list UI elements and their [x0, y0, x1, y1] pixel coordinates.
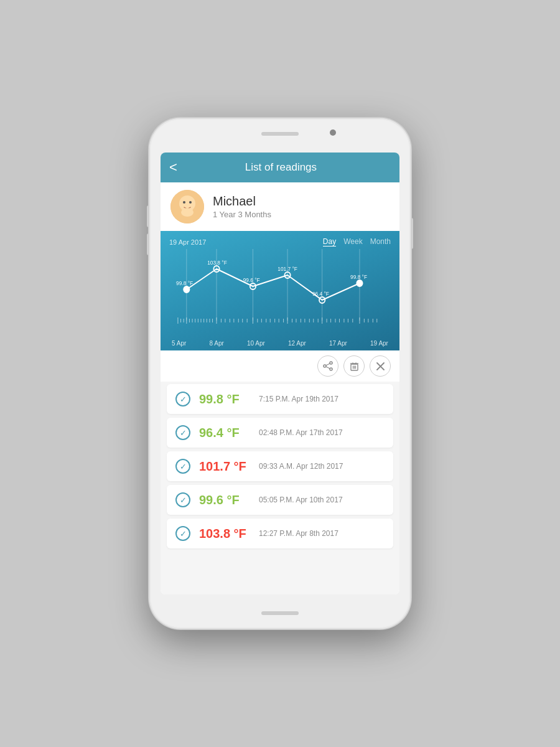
x-axis-labels: 5 Apr 8 Apr 10 Apr 12 Apr 17 Apr 19 Apr [169, 340, 391, 347]
tab-day[interactable]: Day [323, 237, 336, 247]
reading-check: ✓ [175, 526, 190, 541]
svg-point-75 [324, 365, 326, 367]
reading-temp: 103.8 °F [199, 527, 255, 541]
x-label-6: 19 Apr [370, 340, 388, 347]
svg-text:96.4 °F: 96.4 °F [312, 291, 329, 297]
svg-point-63 [250, 283, 256, 289]
svg-text:99.8 °F: 99.8 °F [176, 280, 193, 286]
volume-up-button[interactable] [147, 205, 149, 227]
svg-point-61 [184, 286, 189, 293]
svg-point-64 [284, 272, 290, 278]
svg-text:99.8 °F: 99.8 °F [350, 274, 367, 280]
x-label-1: 5 Apr [172, 340, 186, 347]
svg-point-2 [183, 201, 185, 204]
x-label-5: 17 Apr [329, 340, 347, 347]
reading-datetime: 09:33 A.M. Apr 12th 2017 [259, 462, 343, 471]
svg-text:101.7 °F: 101.7 °F [278, 266, 297, 272]
app-header: < List of readings [161, 153, 399, 182]
power-button[interactable] [411, 218, 413, 249]
svg-point-66 [357, 280, 362, 286]
chart-section: 19 Apr 2017 Day Week Month [161, 231, 399, 350]
svg-point-74 [330, 368, 332, 370]
reading-check: ✓ [175, 492, 190, 507]
delete-button[interactable] [343, 355, 365, 377]
reading-datetime: 02:48 P.M. Apr 17th 2017 [259, 428, 343, 437]
back-button[interactable]: < [169, 159, 177, 176]
close-button[interactable] [370, 355, 391, 377]
reading-datetime: 7:15 P.M. Apr 19th 2017 [259, 395, 338, 403]
bottom-speaker [261, 611, 299, 615]
svg-point-65 [319, 297, 325, 303]
readings-list: ✓ 99.8 °F 7:15 P.M. Apr 19th 2017 ✓ 96.4… [161, 382, 399, 594]
reading-check: ✓ [175, 459, 190, 474]
reading-datetime: 12:27 P.M. Apr 8th 2017 [259, 529, 338, 538]
x-label-4: 12 Apr [288, 340, 306, 347]
phone-screen: < List of readings Michael 1 Year 3 Mont… [161, 153, 399, 594]
profile-section: Michael 1 Year 3 Months [161, 182, 399, 231]
phone-speaker [261, 132, 299, 136]
phone-camera [330, 129, 336, 136]
reading-item[interactable]: ✓ 99.8 °F 7:15 P.M. Apr 19th 2017 [167, 384, 393, 414]
reading-temp: 96.4 °F [199, 426, 255, 440]
reading-temp: 101.7 °F [199, 459, 255, 474]
reading-item[interactable]: ✓ 99.6 °F 05:05 P.M. Apr 10th 2017 [167, 485, 393, 515]
page-title: List of readings [184, 161, 378, 174]
reading-item[interactable]: ✓ 101.7 °F 09:33 A.M. Apr 12th 2017 [167, 451, 393, 481]
tab-week[interactable]: Week [343, 237, 362, 247]
actions-row [161, 350, 399, 382]
reading-item[interactable]: ✓ 103.8 °F 12:27 P.M. Apr 8th 2017 [167, 519, 393, 548]
svg-line-76 [326, 364, 330, 365]
reading-temp: 99.6 °F [199, 493, 255, 507]
phone-wrapper: < List of readings Michael 1 Year 3 Mont… [149, 118, 411, 629]
chart-controls: 19 Apr 2017 Day Week Month [169, 237, 391, 247]
svg-point-73 [330, 362, 332, 364]
reading-datetime: 05:05 P.M. Apr 10th 2017 [259, 496, 343, 504]
chart-tabs: Day Week Month [323, 237, 391, 247]
reading-temp: 99.8 °F [199, 392, 255, 406]
x-label-2: 8 Apr [209, 340, 223, 347]
x-label-3: 10 Apr [247, 340, 265, 347]
profile-name: Michael [213, 194, 271, 209]
svg-point-62 [213, 266, 219, 272]
avatar [170, 190, 204, 223]
share-button[interactable] [317, 355, 338, 377]
chart-svg: 99.8 °F 103.8 °F 99.6 °F 101.7 °F 96.4 °… [169, 249, 391, 339]
reading-item[interactable]: ✓ 96.4 °F 02:48 P.M. Apr 17th 2017 [167, 418, 393, 448]
tab-month[interactable]: Month [370, 237, 391, 247]
svg-point-3 [189, 201, 192, 204]
volume-down-button[interactable] [147, 233, 149, 255]
svg-point-4 [181, 208, 194, 217]
reading-check: ✓ [175, 425, 190, 440]
profile-age: 1 Year 3 Months [213, 210, 271, 219]
svg-text:99.6 °F: 99.6 °F [243, 277, 260, 283]
chart-date: 19 Apr 2017 [169, 238, 206, 246]
svg-text:103.8 °F: 103.8 °F [207, 260, 227, 266]
svg-line-77 [326, 367, 330, 369]
reading-check: ✓ [175, 392, 190, 406]
profile-info: Michael 1 Year 3 Months [213, 194, 271, 219]
